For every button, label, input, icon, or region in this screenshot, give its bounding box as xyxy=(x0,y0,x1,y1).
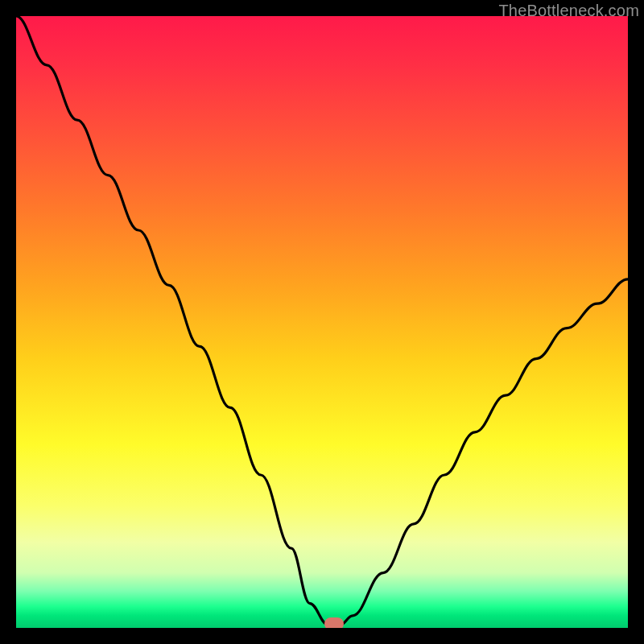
watermark-label: TheBottleneck.com xyxy=(498,2,639,20)
bottleneck-curve-path xyxy=(16,16,628,625)
chart-stage: TheBottleneck.com xyxy=(0,0,644,644)
curve-layer xyxy=(16,16,628,628)
plot-area xyxy=(16,16,628,628)
optimal-point-marker xyxy=(324,617,344,628)
